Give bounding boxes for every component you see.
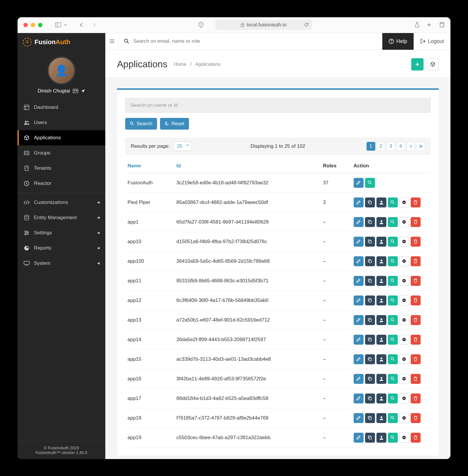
view-button[interactable]: [388, 237, 398, 247]
nav-system[interactable]: System ◀: [18, 256, 105, 271]
view-button[interactable]: [388, 256, 398, 266]
add-application-button[interactable]: [411, 58, 424, 71]
deactivate-button[interactable]: [399, 237, 409, 247]
duplicate-button[interactable]: [365, 315, 375, 325]
nav-reactor[interactable]: Reactor: [18, 176, 105, 191]
delete-button[interactable]: [411, 276, 421, 286]
help-button[interactable]: Help: [382, 33, 414, 50]
duplicate-button[interactable]: [365, 354, 375, 364]
delete-button[interactable]: [411, 393, 421, 403]
manage-roles-button[interactable]: [376, 237, 386, 247]
manage-roles-button[interactable]: [376, 374, 386, 384]
view-button[interactable]: [365, 178, 375, 188]
edit-button[interactable]: [354, 335, 364, 345]
edit-button[interactable]: [354, 433, 364, 443]
view-button[interactable]: [388, 217, 398, 227]
delete-button[interactable]: [411, 413, 421, 423]
deactivate-button[interactable]: [399, 413, 409, 423]
nav-dashboard[interactable]: Dashboard: [18, 100, 105, 115]
duplicate-button[interactable]: [365, 433, 375, 443]
nav-users[interactable]: Users: [18, 115, 105, 130]
manage-roles-button[interactable]: [376, 393, 386, 403]
page-next[interactable]: [406, 142, 415, 151]
back-button[interactable]: [80, 23, 83, 27]
view-button[interactable]: [388, 393, 398, 403]
manage-roles-button[interactable]: [376, 256, 386, 266]
edit-button[interactable]: [354, 374, 364, 384]
manage-roles-button[interactable]: [376, 413, 386, 423]
duplicate-button[interactable]: [365, 197, 375, 207]
page-1[interactable]: 1: [367, 142, 375, 151]
reload-icon[interactable]: [304, 23, 309, 27]
nav-settings[interactable]: Settings ◀: [18, 225, 105, 240]
delete-button[interactable]: [411, 354, 421, 364]
delete-button[interactable]: [411, 295, 421, 305]
dropdown-chevron-icon[interactable]: [64, 24, 67, 26]
search-button[interactable]: Search: [125, 118, 157, 130]
view-button[interactable]: [388, 295, 398, 305]
page-2[interactable]: 2: [376, 142, 385, 151]
edit-button[interactable]: [354, 354, 364, 364]
reset-button[interactable]: Reset: [160, 118, 189, 130]
delete-button[interactable]: [411, 217, 421, 227]
edit-button[interactable]: [354, 393, 364, 403]
col-name[interactable]: Name: [125, 159, 174, 173]
edit-button[interactable]: [354, 256, 364, 266]
deactivate-button[interactable]: [399, 276, 409, 286]
global-search-input[interactable]: [133, 38, 377, 44]
filter-input[interactable]: [125, 98, 431, 113]
duplicate-button[interactable]: [365, 413, 375, 423]
nav-groups[interactable]: Groups: [18, 145, 105, 161]
delete-button[interactable]: [411, 237, 421, 247]
deactivate-button[interactable]: [399, 217, 409, 227]
tabs-icon[interactable]: [439, 22, 445, 28]
view-button[interactable]: [388, 374, 398, 384]
nav-tenants[interactable]: Tenants: [18, 161, 105, 176]
location-icon[interactable]: [81, 89, 85, 93]
maximize-window-button[interactable]: [38, 23, 42, 27]
duplicate-button[interactable]: [365, 335, 375, 345]
nav-entity-management[interactable]: Entity Management ◀: [18, 210, 105, 225]
nav-customizations[interactable]: Customizations ◀: [18, 195, 105, 210]
delete-button[interactable]: [411, 197, 421, 207]
duplicate-button[interactable]: [365, 393, 375, 403]
delete-button[interactable]: [411, 256, 421, 266]
deactivate-button[interactable]: [399, 256, 409, 266]
delete-button[interactable]: [411, 315, 421, 325]
edit-button[interactable]: [354, 197, 364, 207]
nav-reports[interactable]: Reports ◀: [18, 240, 105, 256]
col-id[interactable]: Id: [174, 159, 321, 173]
edit-button[interactable]: [354, 237, 364, 247]
breadcrumb-home[interactable]: Home: [174, 62, 187, 67]
view-button[interactable]: [388, 315, 398, 325]
url-bar[interactable]: local.fusionauth.io: [215, 20, 312, 30]
minimize-window-button[interactable]: [31, 23, 35, 27]
deactivate-button[interactable]: [399, 197, 409, 207]
duplicate-button[interactable]: [365, 237, 375, 247]
collapse-sidebar-button[interactable]: [105, 33, 119, 50]
shield-icon[interactable]: [198, 22, 204, 28]
delete-button[interactable]: [411, 335, 421, 345]
deactivate-button[interactable]: [399, 393, 409, 403]
deactivate-button[interactable]: [399, 315, 409, 325]
share-icon[interactable]: [415, 22, 419, 28]
edit-button[interactable]: [354, 178, 364, 188]
avatar[interactable]: 👤: [47, 56, 75, 85]
manage-roles-button[interactable]: [376, 197, 386, 207]
duplicate-button[interactable]: [365, 217, 375, 227]
manage-roles-button[interactable]: [376, 335, 386, 345]
edit-button[interactable]: [354, 413, 364, 423]
manage-roles-button[interactable]: [376, 217, 386, 227]
new-tab-icon[interactable]: [426, 22, 432, 28]
edit-button[interactable]: [354, 217, 364, 227]
per-page-select[interactable]: 25: [173, 142, 192, 151]
manage-roles-button[interactable]: [376, 276, 386, 286]
manage-roles-button[interactable]: [376, 295, 386, 305]
logout-button[interactable]: Logout: [414, 33, 450, 50]
view-button[interactable]: [388, 276, 398, 286]
manage-roles-button[interactable]: [376, 315, 386, 325]
deactivate-button[interactable]: [399, 335, 409, 345]
edit-button[interactable]: [354, 295, 364, 305]
duplicate-button[interactable]: [365, 256, 375, 266]
deactivate-button[interactable]: [399, 433, 409, 443]
